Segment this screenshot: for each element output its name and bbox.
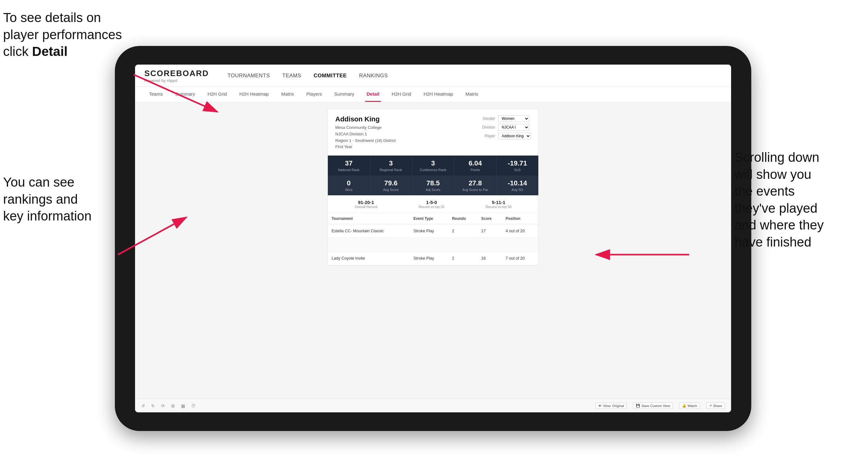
player-year: First Year (335, 144, 396, 150)
annotation-top-left: To see details on player performances cl… (3, 9, 133, 60)
rounds-3: 2 (448, 251, 477, 265)
logo-subtitle: Powered by clippd (144, 78, 209, 83)
stat-wins: 0 Wins (328, 176, 370, 195)
player-select[interactable]: Addison King (498, 132, 531, 139)
time-icon[interactable]: ⏱ (191, 403, 195, 408)
top50-record-value: 5-11-1 (486, 200, 511, 205)
avg-score-label: Avg Score (373, 188, 409, 192)
record-top50: 5-11-1 Record vs top 50 (486, 200, 511, 209)
adj-score-label: Adj Score (415, 188, 451, 192)
tab-summary[interactable]: Summary (174, 87, 196, 102)
tablet-frame: SCOREBOARD Powered by clippd TOURNAMENTS… (115, 46, 751, 431)
stats-row-2: 0 Wins 79.6 Avg Score 78.5 Adj Score 2 (328, 176, 538, 195)
top25-record-label: Record vs top 25 (419, 205, 444, 209)
records-row: 91-20-1 Overall Record 1-5-0 Record vs t… (328, 195, 538, 213)
avg-score-value: 79.6 (373, 179, 409, 187)
logo-title: SCOREBOARD (144, 69, 209, 78)
watch-btn[interactable]: 🔔 Watch (679, 402, 700, 409)
nav-teams[interactable]: TEAMS (282, 71, 301, 81)
division-select[interactable]: NJCAA I NJCAA II (498, 124, 529, 131)
col-score: Score (477, 213, 502, 224)
score-2 (477, 238, 502, 251)
top-nav: SCOREBOARD Powered by clippd TOURNAMENTS… (135, 65, 731, 87)
sos-value: -19.71 (499, 159, 535, 167)
event-type-3: Stroke Play (410, 251, 448, 265)
avg-sg-label: Avg SG (499, 188, 535, 192)
conference-rank-label: Conference Rank (415, 168, 451, 172)
stat-national-rank: 37 National Rank (328, 156, 370, 176)
refresh-icon[interactable]: ⟳ (161, 403, 165, 408)
player-filters: Gender Women Men Division NJCAA I (478, 115, 531, 139)
table-row (328, 238, 538, 251)
avg-par-label: Avg Score to Par (457, 188, 493, 192)
nav-rankings[interactable]: RANKINGS (359, 71, 388, 81)
save-custom-btn[interactable]: 💾 Save Custom View (633, 402, 673, 409)
col-event-type: Event Type (410, 213, 448, 224)
filter-division: Division NJCAA I NJCAA II (478, 124, 531, 131)
stat-avg-par: 27.8 Avg Score to Par (454, 176, 496, 195)
tab-teams[interactable]: Teams (148, 87, 164, 102)
rounds-2 (448, 238, 477, 251)
wins-value: 0 (331, 179, 367, 187)
position-1: 4 out of 20 (502, 224, 538, 238)
player-name: Addison King (335, 115, 396, 123)
save-icon: 💾 (636, 404, 640, 408)
wins-label: Wins (331, 188, 367, 192)
nav-committee[interactable]: COMMITTEE (314, 71, 347, 81)
layout-icon[interactable]: ▦ (181, 403, 185, 408)
stat-avg-score: 79.6 Avg Score (370, 176, 412, 195)
logo-area: SCOREBOARD Powered by clippd (144, 69, 209, 83)
avg-par-value: 27.8 (457, 179, 493, 187)
annotation-text-3: Scrolling downwill show youthe eventsthe… (735, 150, 824, 249)
tablet-screen: SCOREBOARD Powered by clippd TOURNAMENTS… (135, 65, 731, 412)
tab-h2h-grid[interactable]: H2H Grid (206, 87, 228, 102)
tab-h2h-heatmap2[interactable]: H2H Heatmap (422, 87, 455, 102)
tab-h2h-grid2[interactable]: H2H Grid (390, 87, 413, 102)
points-label: Points (457, 168, 493, 172)
player-college: Mesa Community College (335, 125, 396, 131)
tab-h2h-heatmap[interactable]: H2H Heatmap (238, 87, 270, 102)
col-rounds: Rounds (448, 213, 477, 224)
copy-icon[interactable]: ⊞ (171, 403, 175, 408)
overall-record-label: Overall Record (354, 205, 377, 209)
top50-record-label: Record vs top 50 (486, 205, 511, 209)
player-panel: Addison King Mesa Community College NJCA… (328, 109, 538, 266)
gender-select[interactable]: Women Men (498, 115, 529, 122)
event-type-1: Stroke Play (410, 224, 448, 238)
annotation-text-2: You can seerankings andkey information (3, 175, 92, 223)
tab-matrix[interactable]: Matrix (280, 87, 296, 102)
col-position: Position (502, 213, 538, 224)
tournament-name-2 (328, 238, 410, 251)
tournament-name-1: Estella CC- Mountain Classic (328, 224, 410, 238)
share-label: Share (713, 404, 722, 408)
score-1: 17 (477, 224, 502, 238)
conference-rank-value: 3 (415, 159, 451, 167)
rounds-1: 2 (448, 224, 477, 238)
app-container: SCOREBOARD Powered by clippd TOURNAMENTS… (135, 65, 731, 412)
tab-matrix2[interactable]: Matrix (464, 87, 479, 102)
annotation-bold: Detail (32, 44, 67, 59)
tournament-name-3: Lady Coyote Invite (328, 251, 410, 265)
share-btn[interactable]: ↗ Share (706, 402, 725, 409)
stat-regional-rank: 3 Regional Rank (370, 156, 412, 176)
table-row: Estella CC- Mountain Classic Stroke Play… (328, 224, 538, 238)
sos-label: SoS (499, 168, 535, 172)
undo-icon[interactable]: ↺ (141, 403, 145, 408)
national-rank-value: 37 (331, 159, 367, 167)
view-original-btn[interactable]: 👁 View: Original (595, 403, 627, 409)
tab-detail[interactable]: Detail (365, 87, 381, 102)
bottom-toolbar: ↺ ↻ ⟳ ⊞ ▦ ⏱ 👁 View: Original 💾 Save Cust… (135, 399, 731, 412)
regional-rank-value: 3 (373, 159, 409, 167)
player-label: Player (478, 134, 495, 138)
tab-players[interactable]: Players (305, 87, 323, 102)
player-region: Region 1 - Southwest (18) District (335, 137, 396, 144)
points-value: 6.04 (457, 159, 493, 167)
stat-points: 6.04 Points (454, 156, 496, 176)
redo-icon[interactable]: ↻ (151, 403, 155, 408)
avg-sg-value: -10.14 (499, 179, 535, 187)
position-2 (502, 238, 538, 251)
view-icon: 👁 (598, 404, 602, 408)
record-top25: 1-5-0 Record vs top 25 (419, 200, 444, 209)
nav-tournaments[interactable]: TOURNAMENTS (227, 71, 270, 81)
tab-summary2[interactable]: Summary (333, 87, 356, 102)
